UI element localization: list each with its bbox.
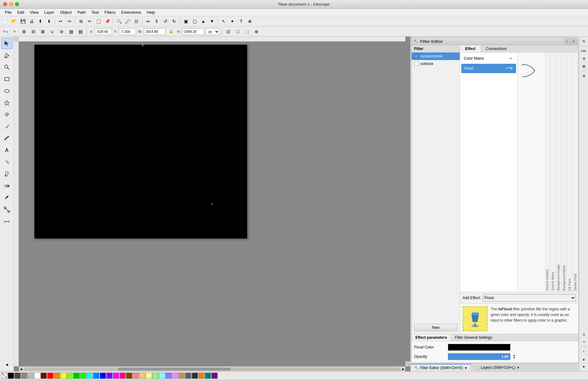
copy-button[interactable]: 📋 — [94, 17, 103, 25]
filter-checkbox-colorize[interactable] — [414, 62, 418, 66]
color-swatch-cyan[interactable] — [87, 373, 93, 379]
horizontal-scrollbar[interactable]: ◀ ▶ — [19, 366, 405, 371]
snap-page-button[interactable]: ⬚ — [243, 28, 251, 36]
transparent-swatch[interactable] — [1, 373, 8, 379]
previous-tool[interactable]: ◀ — [1, 359, 13, 370]
menu-edit[interactable]: Edit — [15, 9, 27, 15]
color-swatch-amber[interactable] — [198, 373, 205, 379]
color-swatch-green[interactable] — [74, 373, 80, 379]
color-swatch-blue[interactable] — [100, 373, 106, 379]
snap-nodes-fr-button[interactable]: ⊡ — [580, 331, 587, 338]
save-button[interactable]: 💾 — [19, 17, 27, 25]
new-document-button[interactable]: 📄 — [1, 17, 9, 25]
select-same-button[interactable]: ≡ — [11, 28, 19, 36]
panel-tab-layers-close[interactable]: ▼ — [517, 366, 520, 369]
snap-toggle-button[interactable]: % — [580, 38, 587, 45]
star-tool[interactable] — [1, 97, 13, 108]
undo-button[interactable]: ↩ — [57, 17, 65, 25]
color-swatch-chartreuse[interactable] — [67, 373, 73, 379]
redo-button[interactable]: ↪ — [65, 17, 74, 25]
color-swatch-orange[interactable] — [54, 373, 60, 379]
filter-checkbox-monochrome[interactable]: ✓ — [414, 54, 418, 58]
color-swatch-lime[interactable] — [80, 373, 86, 379]
color-swatch-tan[interactable] — [179, 373, 185, 379]
tab-connections[interactable]: Connections — [481, 45, 512, 52]
fill-stroke-dialog-button[interactable]: ▧ — [580, 63, 587, 69]
select-tool-button[interactable]: ↖ — [220, 17, 228, 25]
color-display-button[interactable]: + — [580, 348, 587, 355]
color-swatch-lightyellow[interactable] — [146, 373, 152, 379]
color-swatch-lightgreen[interactable] — [152, 373, 159, 379]
color-swatch-brown[interactable] — [126, 373, 132, 379]
maximize-button[interactable] — [15, 2, 19, 6]
color-swatch-skyblue[interactable] — [93, 373, 99, 379]
effect-item-colormatrix[interactable]: Color Matrix — [461, 54, 516, 63]
color-swatch-gray[interactable] — [21, 373, 27, 379]
align-button[interactable]: ⊟ — [29, 28, 38, 36]
xml-editor-button[interactable]: XML — [580, 48, 587, 54]
snap-bbox-button[interactable]: □ — [234, 28, 242, 36]
lock-aspect-button[interactable]: 🔒 — [167, 28, 175, 36]
zoom-in-button[interactable]: 🔍 — [115, 17, 123, 25]
color-swatch-yellow[interactable] — [60, 373, 67, 379]
paint-bucket-tool[interactable] — [1, 168, 13, 180]
tab-effect[interactable]: Effect — [460, 45, 481, 52]
color-swatch-salmon[interactable] — [133, 373, 139, 379]
close-button[interactable] — [3, 2, 7, 6]
print-button[interactable]: 🖨 — [28, 17, 36, 25]
dropper-tool[interactable] — [1, 192, 13, 203]
unit-select[interactable]: px mm cm in — [205, 28, 220, 35]
color-swatch-hotpink[interactable] — [119, 373, 126, 379]
coord-fr-button[interactable]: A — [580, 338, 587, 345]
measure-tool[interactable] — [1, 216, 13, 227]
move-up-button[interactable]: ▲ — [580, 356, 587, 363]
boolean-diff-button[interactable]: ⊖ — [58, 28, 66, 36]
panel-tab-filter-editor-close[interactable]: ▼ — [464, 366, 467, 370]
rotate-cw-button[interactable]: ↻ — [170, 17, 178, 25]
tab-filter-general-settings[interactable]: Filter General Settings — [451, 334, 496, 341]
calligraphy-tool[interactable] — [1, 133, 13, 144]
flip-h-button[interactable]: ⇔ — [144, 17, 152, 25]
node-tool-button[interactable]: ✦ — [228, 17, 236, 25]
cut-button[interactable]: ✂ — [86, 17, 94, 25]
opacity-stepper[interactable]: ▲ ▼ — [513, 354, 515, 359]
flood-color-swatch[interactable] — [448, 344, 510, 351]
menu-path[interactable]: Path — [75, 9, 88, 15]
boolean-union-button[interactable]: ∪ — [48, 28, 56, 36]
ungroup-button[interactable]: ▢ — [190, 17, 199, 25]
connector-tool[interactable] — [1, 204, 13, 215]
scroll-thumb[interactable] — [118, 368, 231, 371]
move-down-button[interactable]: ▼ — [580, 363, 587, 370]
y-input[interactable] — [119, 28, 136, 35]
spiral-tool[interactable] — [1, 109, 13, 120]
zoom-fit-button[interactable]: ⊡ — [132, 17, 140, 25]
menu-view[interactable]: View — [27, 9, 41, 15]
pencil-tool[interactable] — [1, 121, 13, 132]
panel-tab-filter-editor[interactable]: 🔧 Filter Editor (Shift+Ctrl+E) ▼ — [411, 364, 471, 371]
snap-button[interactable]: ⊞ — [20, 28, 28, 36]
open-button[interactable]: 📂 — [10, 17, 18, 25]
color-swatch-purple[interactable] — [106, 373, 113, 379]
rotate-ccw-button[interactable]: ↺ — [161, 17, 170, 25]
h-input[interactable] — [182, 28, 204, 35]
snap-guide-button[interactable]: ⊕ — [252, 28, 261, 36]
paste-button[interactable]: 📌 — [103, 17, 111, 25]
snap-nodes-button[interactable]: ⊡ — [224, 28, 232, 36]
color-swatch-darkred[interactable] — [41, 373, 47, 379]
x-input[interactable] — [95, 28, 112, 35]
rectangle-tool[interactable] — [1, 73, 13, 85]
minimize-button[interactable] — [9, 2, 13, 6]
panel-tab-layers[interactable]: 📋 Layers (Shift+Ctrl+L) ▼ — [471, 364, 524, 371]
effect-item-flood[interactable]: Flood — [461, 64, 516, 73]
w-input[interactable] — [144, 28, 166, 35]
raise-button[interactable]: ▲ — [199, 17, 207, 25]
color-swatch-lightcyan[interactable] — [159, 373, 165, 379]
filter-item-colorize[interactable]: colorize — [412, 60, 460, 68]
scroll-track[interactable] — [24, 368, 400, 371]
opacity-slider[interactable]: 1.00 — [448, 353, 510, 360]
tab-effect-parameters[interactable]: Effect parameters — [412, 334, 451, 341]
node-tool[interactable] — [1, 50, 13, 61]
color-swatch-lightgray[interactable] — [28, 373, 34, 379]
lower-button[interactable]: ▼ — [208, 17, 216, 25]
transform-dialog-button[interactable]: ⊕ — [580, 55, 587, 62]
